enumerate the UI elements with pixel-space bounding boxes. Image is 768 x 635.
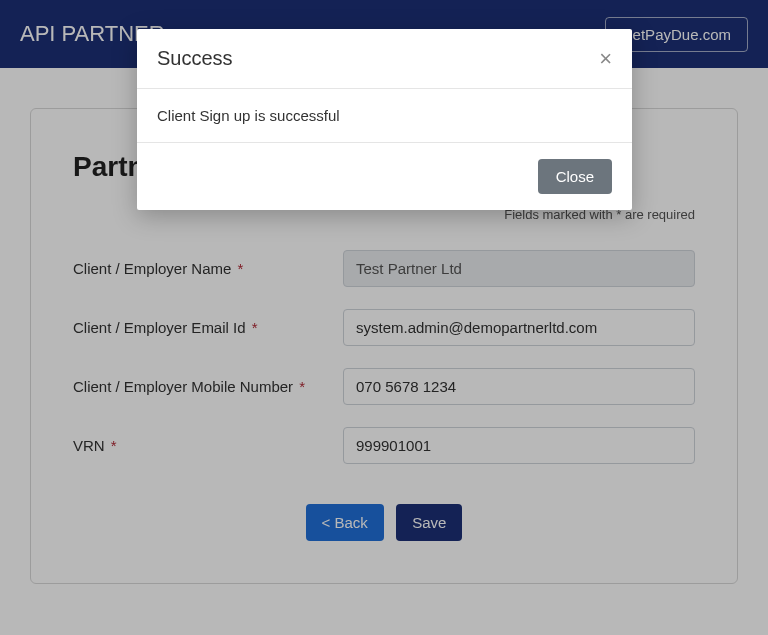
modal-body: Client Sign up is successful bbox=[137, 89, 632, 143]
close-icon[interactable]: × bbox=[599, 48, 612, 70]
success-modal: Success × Client Sign up is successful C… bbox=[137, 29, 632, 210]
modal-title: Success bbox=[157, 47, 233, 70]
modal-footer: Close bbox=[137, 143, 632, 210]
modal-header: Success × bbox=[137, 29, 632, 89]
close-button[interactable]: Close bbox=[538, 159, 612, 194]
